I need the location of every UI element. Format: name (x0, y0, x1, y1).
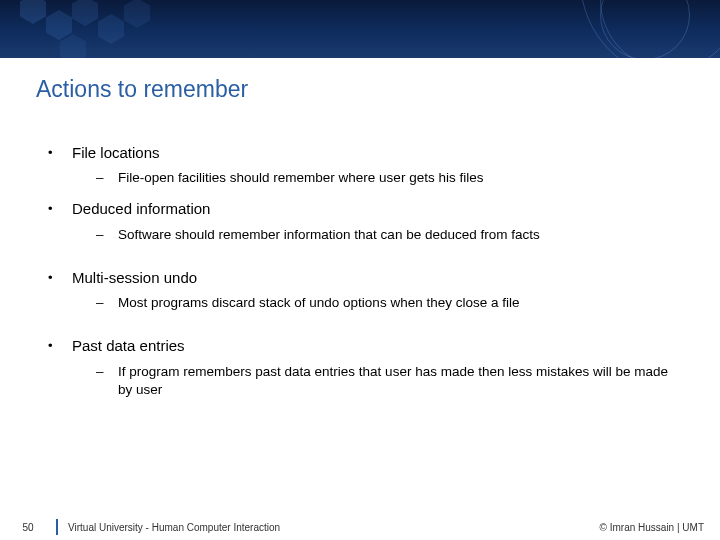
dash-marker: – (96, 169, 118, 187)
dash-marker: – (96, 294, 118, 312)
slide-title: Actions to remember (0, 58, 720, 103)
bullet-row: •Past data entries (48, 336, 684, 356)
page-number: 50 (0, 522, 56, 533)
bullet-marker: • (48, 336, 72, 355)
bullet-item: •Multi-session undo–Most programs discar… (48, 268, 684, 312)
bullet-label: Multi-session undo (72, 268, 197, 288)
bullet-row: •Deduced information (48, 199, 684, 219)
hex-decoration (60, 34, 86, 58)
hex-decoration (20, 0, 46, 24)
bullet-label: Past data entries (72, 336, 185, 356)
bullet-item: •Deduced information–Software should rem… (48, 199, 684, 243)
bullet-marker: • (48, 268, 72, 287)
header-band (0, 0, 720, 58)
hex-decoration (124, 0, 150, 28)
dash-marker: – (96, 363, 118, 381)
sub-item-text: File-open facilities should remember whe… (118, 169, 483, 187)
sub-item-text: Software should remember information tha… (118, 226, 540, 244)
slide-content: •File locations–File-open facilities sho… (0, 103, 720, 399)
footer-divider (56, 519, 58, 535)
hex-decoration (98, 14, 124, 44)
hex-decoration (72, 0, 98, 26)
bullet-marker: • (48, 199, 72, 218)
dash-marker: – (96, 226, 118, 244)
sub-item-text: Most programs discard stack of undo opti… (118, 294, 519, 312)
bullet-label: Deduced information (72, 199, 210, 219)
bullet-row: •Multi-session undo (48, 268, 684, 288)
bullet-item: •File locations–File-open facilities sho… (48, 143, 684, 187)
footer-center-text: Virtual University - Human Computer Inte… (68, 522, 600, 533)
sub-item: –If program remembers past data entries … (96, 363, 684, 399)
sub-item-text: If program remembers past data entries t… (118, 363, 684, 399)
sub-list: –File-open facilities should remember wh… (48, 169, 684, 187)
sub-list: –Software should remember information th… (48, 226, 684, 244)
bullet-list: •File locations–File-open facilities sho… (48, 143, 684, 399)
bullet-item: •Past data entries–If program remembers … (48, 336, 684, 399)
footer-right-text: © Imran Hussain | UMT (600, 522, 720, 533)
sub-list: –If program remembers past data entries … (48, 363, 684, 399)
bullet-label: File locations (72, 143, 160, 163)
hex-decoration (46, 10, 72, 40)
bullet-marker: • (48, 143, 72, 162)
sub-item: –Most programs discard stack of undo opt… (96, 294, 684, 312)
sub-list: –Most programs discard stack of undo opt… (48, 294, 684, 312)
bullet-row: •File locations (48, 143, 684, 163)
slide-footer: 50 Virtual University - Human Computer I… (0, 514, 720, 540)
sub-item: –File-open facilities should remember wh… (96, 169, 684, 187)
sub-item: –Software should remember information th… (96, 226, 684, 244)
